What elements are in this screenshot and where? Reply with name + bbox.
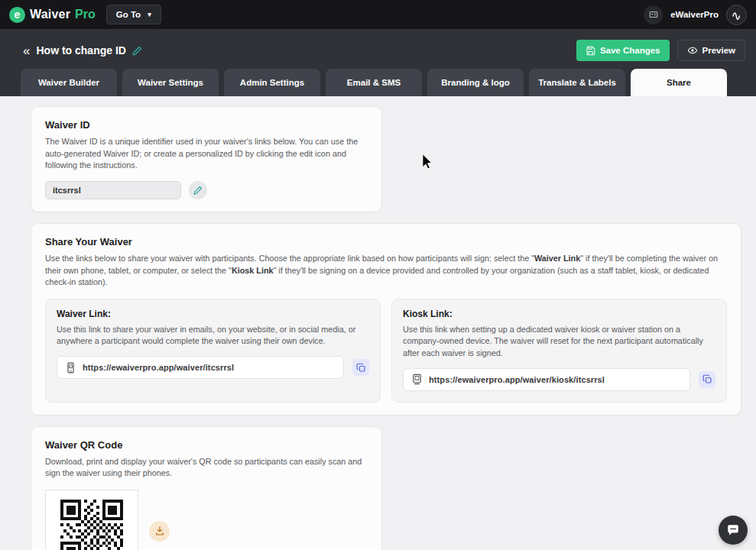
download-icon (154, 526, 165, 536)
waiver-link-card: Waiver Link: Use this link to share your… (45, 299, 381, 403)
id-card-icon (648, 9, 659, 20)
chat-bubble-icon (726, 523, 740, 537)
share-tab-content: Waiver ID The Waiver ID is a unique iden… (0, 96, 756, 548)
waiver-link-title: Waiver Link: (57, 309, 369, 319)
share-description: Use the links below to share your waiver… (45, 253, 727, 289)
kiosk-link-description: Use this link when setting up a dedicate… (403, 324, 715, 360)
pencil-icon (193, 186, 203, 195)
copy-icon (702, 374, 712, 384)
eye-icon (687, 45, 698, 56)
waiver-link-url: https://ewaiverpro.app/waiver/itcsrrsl (83, 363, 234, 372)
app-logo[interactable]: e WaiverPro (9, 7, 96, 23)
share-title: Share Your Waiver (45, 236, 727, 247)
waiver-id-card: Waiver ID The Waiver ID is a unique iden… (31, 106, 382, 212)
qr-title: Waiver QR Code (45, 439, 368, 451)
collapse-sidebar-button[interactable]: « (23, 44, 30, 57)
edit-title-button[interactable] (132, 46, 142, 56)
top-bar: e WaiverPro Go To ▾ eWaiverPro (0, 0, 756, 29)
goto-label: Go To (116, 10, 141, 19)
edit-waiver-id-button[interactable] (189, 181, 207, 199)
copy-icon (356, 363, 366, 373)
qr-description: Download, print and display your waiver'… (45, 456, 368, 480)
page-title: How to change ID (36, 44, 125, 57)
chat-support-button[interactable] (719, 516, 748, 545)
chevron-down-icon: ▾ (148, 11, 151, 18)
save-changes-label: Save Changes (600, 46, 660, 55)
user-avatar[interactable] (726, 5, 747, 25)
tab-waiver-settings[interactable]: Waiver Settings (122, 69, 219, 96)
tab-admin-settings[interactable]: Admin Settings (224, 69, 320, 96)
tablet-kiosk-icon (411, 374, 423, 385)
signature-wave-icon (731, 8, 743, 21)
logo-text-accent: Pro (75, 8, 96, 21)
waiver-id-description: The Waiver ID is a unique identifier use… (45, 136, 368, 172)
waiver-id-title: Waiver ID (45, 119, 368, 131)
tab-waiver-builder[interactable]: Waiver Builder (21, 69, 117, 96)
preview-button[interactable]: Preview (677, 40, 745, 61)
page-header: « How to change ID Save Changes Preview (0, 29, 756, 96)
kiosk-link-url-field[interactable]: https://ewaiverpro.app/waiver/kiosk/itcs… (403, 368, 690, 391)
preview-label: Preview (702, 46, 735, 55)
double-chevron-left-icon: « (23, 44, 30, 58)
qr-code-image (45, 490, 138, 550)
copy-kiosk-link-button[interactable] (699, 371, 715, 388)
save-changes-button[interactable]: Save Changes (576, 40, 670, 61)
download-qr-button[interactable] (149, 521, 170, 542)
pencil-icon (132, 46, 142, 56)
share-your-waiver-card: Share Your Waiver Use the links below to… (31, 223, 741, 416)
account-name: eWaiverPro (670, 10, 719, 19)
tab-branding-logo[interactable]: Branding & logo (427, 69, 524, 96)
copy-waiver-link-button[interactable] (352, 359, 369, 376)
save-icon (586, 46, 595, 56)
phone-icon (65, 362, 76, 374)
tab-email-sms[interactable]: Email & SMS (326, 69, 422, 96)
organization-badge-button[interactable] (644, 5, 663, 24)
waiver-id-input[interactable] (45, 181, 181, 199)
waiver-link-url-field[interactable]: https://ewaiverpro.app/waiver/itcsrrsl (57, 356, 344, 379)
kiosk-link-card: Kiosk Link: Use this link when setting u… (391, 299, 727, 403)
kiosk-link-url: https://ewaiverpro.app/waiver/kiosk/itcs… (429, 375, 605, 384)
goto-dropdown[interactable]: Go To ▾ (106, 5, 161, 24)
logo-icon: e (9, 7, 25, 23)
waiver-qr-card: Waiver QR Code Download, print and displ… (31, 426, 382, 550)
kiosk-link-title: Kiosk Link: (403, 309, 715, 319)
logo-text: Waiver (30, 8, 70, 21)
waiver-link-description: Use this link to share your waiver in em… (57, 324, 369, 348)
settings-tabs: Waiver Builder Waiver Settings Admin Set… (0, 69, 756, 96)
tab-share[interactable]: Share (631, 69, 727, 96)
tab-translate-labels[interactable]: Translate & Labels (529, 69, 625, 96)
